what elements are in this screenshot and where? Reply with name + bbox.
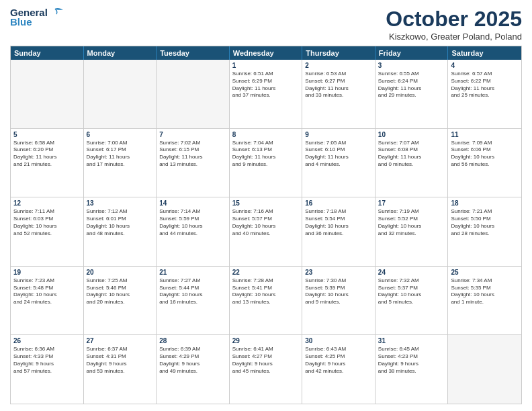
day-cell: 4Sunrise: 6:57 AM Sunset: 6:22 PM Daylig… — [448, 60, 521, 128]
day-cell: 31Sunrise: 6:45 AM Sunset: 4:23 PM Dayli… — [375, 335, 449, 404]
day-info: Sunrise: 7:16 AM Sunset: 5:57 PM Dayligh… — [232, 208, 300, 237]
day-header-saturday: Saturday — [448, 46, 521, 60]
day-info: Sunrise: 7:18 AM Sunset: 5:54 PM Dayligh… — [305, 208, 372, 237]
day-cell: 21Sunrise: 7:27 AM Sunset: 5:44 PM Dayli… — [157, 267, 230, 335]
day-info: Sunrise: 7:21 AM Sunset: 5:50 PM Dayligh… — [451, 208, 519, 237]
day-header-friday: Friday — [375, 46, 449, 60]
day-cell: 19Sunrise: 7:23 AM Sunset: 5:48 PM Dayli… — [11, 267, 84, 335]
day-cell — [11, 60, 84, 128]
day-header-tuesday: Tuesday — [157, 46, 230, 60]
day-cell: 23Sunrise: 7:30 AM Sunset: 5:39 PM Dayli… — [302, 267, 375, 335]
day-info: Sunrise: 7:27 AM Sunset: 5:44 PM Dayligh… — [159, 277, 226, 306]
logo-bird-icon — [48, 7, 63, 17]
day-cell — [157, 60, 230, 128]
day-info: Sunrise: 7:00 AM Sunset: 6:17 PM Dayligh… — [87, 140, 154, 169]
day-number: 14 — [159, 199, 226, 207]
day-number: 7 — [159, 131, 226, 138]
day-info: Sunrise: 7:19 AM Sunset: 5:52 PM Dayligh… — [378, 208, 445, 237]
subtitle: Kiszkowo, Greater Poland, Poland — [386, 32, 522, 42]
day-cell: 30Sunrise: 6:43 AM Sunset: 4:25 PM Dayli… — [302, 335, 375, 404]
day-cell: 24Sunrise: 7:32 AM Sunset: 5:37 PM Dayli… — [375, 267, 449, 335]
day-header-sunday: Sunday — [11, 46, 84, 60]
day-number: 23 — [305, 269, 372, 276]
day-cell: 22Sunrise: 7:28 AM Sunset: 5:41 PM Dayli… — [230, 267, 303, 335]
weeks: 1Sunrise: 6:51 AM Sunset: 6:29 PM Daylig… — [11, 60, 521, 404]
day-number: 30 — [305, 337, 372, 345]
month-title: October 2025 — [386, 7, 522, 32]
day-cell: 27Sunrise: 6:37 AM Sunset: 4:31 PM Dayli… — [84, 335, 157, 404]
day-number: 9 — [305, 131, 372, 138]
day-cell: 8Sunrise: 7:04 AM Sunset: 6:13 PM Daylig… — [230, 129, 303, 197]
day-cell: 1Sunrise: 6:51 AM Sunset: 6:29 PM Daylig… — [230, 60, 303, 128]
day-cell: 5Sunrise: 6:58 AM Sunset: 6:20 PM Daylig… — [11, 129, 84, 197]
day-info: Sunrise: 7:04 AM Sunset: 6:13 PM Dayligh… — [232, 140, 300, 169]
week-row-2: 5Sunrise: 6:58 AM Sunset: 6:20 PM Daylig… — [11, 128, 521, 197]
day-info: Sunrise: 7:25 AM Sunset: 5:46 PM Dayligh… — [87, 277, 154, 306]
day-number: 31 — [378, 337, 445, 345]
day-info: Sunrise: 7:12 AM Sunset: 6:01 PM Dayligh… — [87, 208, 154, 237]
logo-blue: Blue — [10, 16, 32, 28]
day-cell: 18Sunrise: 7:21 AM Sunset: 5:50 PM Dayli… — [448, 197, 521, 266]
page: General Blue October 2025 Kiszkowo, Grea… — [0, 0, 532, 411]
day-cell: 14Sunrise: 7:14 AM Sunset: 5:59 PM Dayli… — [157, 197, 230, 266]
day-number: 20 — [87, 269, 154, 276]
day-headers: SundayMondayTuesdayWednesdayThursdayFrid… — [11, 46, 521, 60]
day-number: 25 — [451, 269, 519, 276]
day-info: Sunrise: 6:53 AM Sunset: 6:27 PM Dayligh… — [305, 71, 372, 99]
day-info: Sunrise: 6:57 AM Sunset: 6:22 PM Dayligh… — [451, 71, 519, 99]
day-cell — [448, 335, 521, 404]
day-cell: 29Sunrise: 6:41 AM Sunset: 4:27 PM Dayli… — [230, 335, 303, 404]
day-number: 4 — [451, 62, 519, 69]
day-info: Sunrise: 7:02 AM Sunset: 6:15 PM Dayligh… — [159, 140, 226, 169]
day-number: 24 — [378, 269, 445, 276]
day-cell: 10Sunrise: 7:07 AM Sunset: 6:08 PM Dayli… — [375, 129, 449, 197]
day-cell: 9Sunrise: 7:05 AM Sunset: 6:10 PM Daylig… — [302, 129, 375, 197]
day-number: 8 — [232, 131, 300, 138]
day-number: 10 — [378, 131, 445, 138]
week-row-1: 1Sunrise: 6:51 AM Sunset: 6:29 PM Daylig… — [11, 60, 521, 128]
day-cell: 15Sunrise: 7:16 AM Sunset: 5:57 PM Dayli… — [230, 197, 303, 266]
day-cell: 20Sunrise: 7:25 AM Sunset: 5:46 PM Dayli… — [84, 267, 157, 335]
day-info: Sunrise: 6:51 AM Sunset: 6:29 PM Dayligh… — [232, 71, 300, 99]
day-number: 13 — [87, 199, 154, 207]
day-number: 17 — [378, 199, 445, 207]
day-number: 18 — [451, 199, 519, 207]
day-number: 28 — [159, 337, 226, 345]
day-number: 21 — [159, 269, 226, 276]
day-number: 11 — [451, 131, 519, 138]
day-cell: 26Sunrise: 6:36 AM Sunset: 4:33 PM Dayli… — [11, 335, 84, 404]
day-cell: 2Sunrise: 6:53 AM Sunset: 6:27 PM Daylig… — [302, 60, 375, 128]
day-info: Sunrise: 6:45 AM Sunset: 4:23 PM Dayligh… — [378, 346, 445, 375]
day-cell: 12Sunrise: 7:11 AM Sunset: 6:03 PM Dayli… — [11, 197, 84, 266]
day-number: 19 — [13, 269, 81, 276]
day-cell: 7Sunrise: 7:02 AM Sunset: 6:15 PM Daylig… — [157, 129, 230, 197]
day-info: Sunrise: 7:05 AM Sunset: 6:10 PM Dayligh… — [305, 140, 372, 169]
day-info: Sunrise: 7:32 AM Sunset: 5:37 PM Dayligh… — [378, 277, 445, 306]
day-number: 3 — [378, 62, 445, 69]
day-cell: 11Sunrise: 7:09 AM Sunset: 6:06 PM Dayli… — [448, 129, 521, 197]
day-number: 15 — [232, 199, 300, 207]
header: General Blue October 2025 Kiszkowo, Grea… — [10, 7, 522, 42]
day-info: Sunrise: 6:58 AM Sunset: 6:20 PM Dayligh… — [13, 140, 81, 169]
day-number: 2 — [305, 62, 372, 69]
day-info: Sunrise: 7:11 AM Sunset: 6:03 PM Dayligh… — [13, 208, 81, 237]
day-number: 16 — [305, 199, 372, 207]
day-header-monday: Monday — [84, 46, 157, 60]
day-number: 29 — [232, 337, 300, 345]
day-cell — [84, 60, 157, 128]
day-info: Sunrise: 7:34 AM Sunset: 5:35 PM Dayligh… — [451, 277, 519, 306]
day-info: Sunrise: 6:55 AM Sunset: 6:24 PM Dayligh… — [378, 71, 445, 99]
day-cell: 28Sunrise: 6:39 AM Sunset: 4:29 PM Dayli… — [157, 335, 230, 404]
day-info: Sunrise: 7:23 AM Sunset: 5:48 PM Dayligh… — [13, 277, 81, 306]
day-header-wednesday: Wednesday — [230, 46, 303, 60]
day-cell: 13Sunrise: 7:12 AM Sunset: 6:01 PM Dayli… — [84, 197, 157, 266]
day-info: Sunrise: 6:43 AM Sunset: 4:25 PM Dayligh… — [305, 346, 372, 375]
calendar: SundayMondayTuesdayWednesdayThursdayFrid… — [10, 46, 522, 404]
week-row-5: 26Sunrise: 6:36 AM Sunset: 4:33 PM Dayli… — [11, 334, 521, 404]
day-cell: 25Sunrise: 7:34 AM Sunset: 5:35 PM Dayli… — [448, 267, 521, 335]
day-info: Sunrise: 7:07 AM Sunset: 6:08 PM Dayligh… — [378, 140, 445, 169]
day-info: Sunrise: 6:37 AM Sunset: 4:31 PM Dayligh… — [87, 346, 154, 375]
day-number: 22 — [232, 269, 300, 276]
day-number: 6 — [87, 131, 154, 138]
day-number: 26 — [13, 337, 81, 345]
